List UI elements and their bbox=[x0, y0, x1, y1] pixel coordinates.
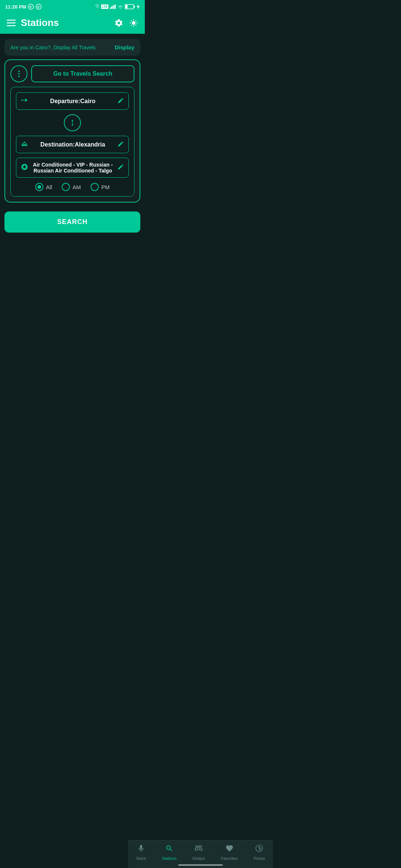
departure-edit-icon[interactable] bbox=[117, 97, 124, 105]
battery-icon bbox=[125, 4, 135, 9]
p-icon-1: P bbox=[28, 4, 34, 10]
svg-rect-13 bbox=[7, 20, 16, 21]
radio-pm-label: PM bbox=[101, 184, 110, 190]
swap-icon bbox=[68, 118, 77, 127]
dot-1 bbox=[18, 70, 20, 72]
menu-icon bbox=[7, 20, 16, 26]
destination-edit-icon[interactable] bbox=[117, 141, 124, 149]
signal-icon-1 bbox=[110, 4, 116, 9]
radio-group: All AM PM bbox=[16, 183, 129, 191]
settings-button[interactable] bbox=[114, 19, 123, 27]
radio-am-circle bbox=[62, 183, 70, 191]
fields-area: Departure:Cairo Destin bbox=[10, 87, 134, 197]
top-bar-left: Stations bbox=[7, 17, 59, 29]
radio-am[interactable]: AM bbox=[62, 183, 81, 191]
radio-all-label: All bbox=[46, 184, 52, 190]
class-edit-icon[interactable] bbox=[117, 164, 124, 172]
svg-rect-10 bbox=[134, 6, 135, 8]
p-icon-2: P bbox=[36, 4, 42, 10]
svg-rect-4 bbox=[110, 7, 111, 9]
status-icons: LTE bbox=[94, 4, 140, 9]
destination-icon bbox=[21, 140, 28, 149]
svg-rect-5 bbox=[111, 6, 113, 9]
svg-rect-7 bbox=[114, 5, 115, 9]
status-time: 11:26 PM P P bbox=[5, 4, 42, 10]
svg-marker-12 bbox=[137, 4, 140, 9]
banner-action-btn[interactable]: Display bbox=[115, 44, 134, 50]
charging-icon bbox=[137, 4, 140, 9]
dot-2 bbox=[18, 73, 20, 75]
radio-all-circle bbox=[35, 183, 43, 191]
banner: Are you in Cairo?, Display All Travels D… bbox=[4, 39, 140, 56]
brightness-icon bbox=[129, 19, 138, 27]
svg-text:P: P bbox=[30, 5, 32, 9]
top-bar: Stations bbox=[0, 13, 145, 34]
departure-icon bbox=[21, 96, 28, 106]
departure-text: Departure:Cairo bbox=[32, 98, 114, 105]
time-text: 11:26 PM bbox=[5, 4, 26, 10]
destination-field[interactable]: Destination:Alexandria bbox=[16, 136, 129, 153]
status-bar: 11:26 PM P P LTE bbox=[0, 0, 145, 13]
wifi-icon bbox=[117, 4, 123, 9]
svg-rect-8 bbox=[115, 4, 116, 9]
dot-3 bbox=[18, 76, 20, 77]
swap-btn-wrapper bbox=[16, 114, 129, 131]
banner-text: Are you in Cairo?, Display All Travels bbox=[10, 45, 96, 50]
svg-rect-6 bbox=[113, 6, 114, 9]
radio-pm-circle bbox=[91, 183, 99, 191]
alarm-icon bbox=[94, 4, 100, 9]
class-icon bbox=[21, 163, 28, 172]
departure-field[interactable]: Departure:Cairo bbox=[16, 92, 129, 110]
go-to-travels-search-button[interactable]: Go to Travels Search bbox=[31, 65, 134, 82]
destination-text: Destination:Alexandria bbox=[32, 141, 114, 148]
search-button[interactable]: SEARCH bbox=[4, 211, 140, 233]
svg-text:P: P bbox=[38, 5, 40, 9]
settings-icon bbox=[114, 19, 123, 27]
radio-pm[interactable]: PM bbox=[91, 183, 110, 191]
brightness-button[interactable] bbox=[129, 19, 138, 27]
class-field[interactable]: Air Conditioned - VIP - Russian - Russia… bbox=[16, 158, 129, 178]
page-title: Stations bbox=[21, 17, 59, 29]
swap-button[interactable] bbox=[64, 114, 81, 131]
svg-rect-14 bbox=[7, 22, 16, 23]
main-card: Go to Travels Search Departure:Cairo bbox=[4, 59, 140, 203]
svg-rect-11 bbox=[125, 5, 128, 9]
radio-all[interactable]: All bbox=[35, 183, 52, 191]
class-text: Air Conditioned - VIP - Russian - Russia… bbox=[32, 162, 114, 174]
menu-button[interactable] bbox=[7, 20, 16, 26]
more-options-button[interactable] bbox=[10, 65, 27, 82]
top-bar-right bbox=[114, 19, 138, 27]
card-top-row: Go to Travels Search bbox=[10, 65, 134, 82]
radio-am-label: AM bbox=[72, 184, 81, 190]
svg-rect-15 bbox=[7, 25, 16, 26]
lte-badge: LTE bbox=[101, 4, 108, 9]
